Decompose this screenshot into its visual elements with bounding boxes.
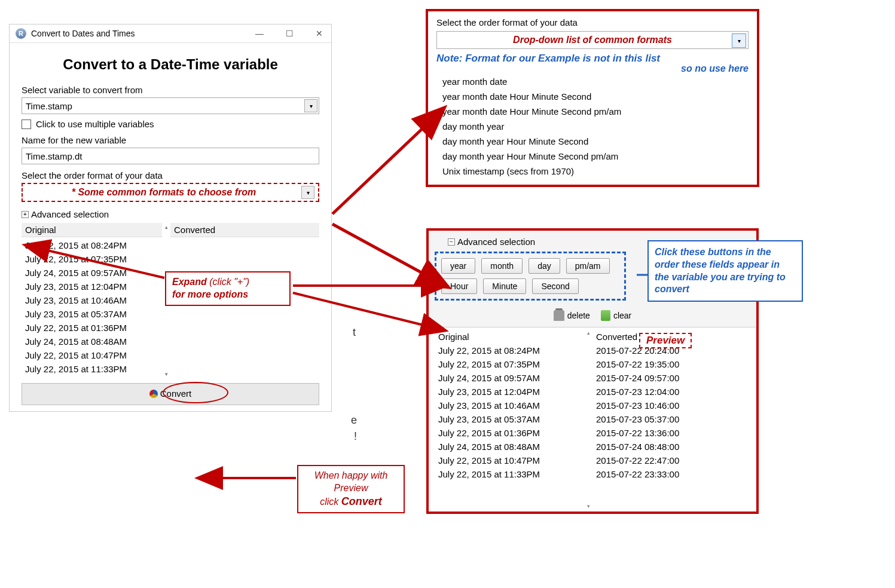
chevron-down-icon[interactable]: ▾ bbox=[732, 33, 746, 48]
maximize-button[interactable]: ☐ bbox=[283, 29, 295, 38]
table-row: 2015-07-22 19:35:00 bbox=[592, 357, 750, 371]
table-row: 2015-07-24 09:57:00 bbox=[592, 371, 750, 385]
collapse-icon[interactable]: − bbox=[448, 238, 455, 246]
broom-icon bbox=[601, 310, 610, 321]
dropdown-option[interactable]: day month year bbox=[436, 119, 749, 134]
convert-icon bbox=[149, 390, 158, 398]
window-title: Convert to Dates and Times bbox=[31, 29, 135, 38]
token-day[interactable]: day bbox=[529, 258, 560, 274]
stray-text: ! bbox=[354, 430, 357, 443]
original-header: Original bbox=[22, 223, 162, 237]
dropdown-option[interactable]: day month year Hour Minute Second bbox=[436, 134, 749, 149]
advanced-preview-table: Original July 22, 2015 at 08:24PMJuly 22… bbox=[429, 327, 756, 512]
table-row: 2015-07-22 22:47:00 bbox=[592, 454, 750, 467]
select-variable-label: Select variable to convert from bbox=[22, 85, 319, 95]
multiple-vars-checkbox[interactable] bbox=[22, 120, 31, 129]
table-row: 2015-07-23 12:04:00 bbox=[592, 385, 750, 399]
table-row: July 23, 2015 at 10:46AM bbox=[435, 399, 584, 412]
table-row: July 22, 2015 at 08:24PM bbox=[22, 238, 162, 252]
annotation-note-2: so no use here bbox=[436, 63, 749, 74]
token-Hour[interactable]: Hour bbox=[441, 278, 477, 294]
minimize-button[interactable]: — bbox=[253, 29, 265, 38]
clear-button[interactable]: clear bbox=[601, 310, 631, 321]
token-Second[interactable]: Second bbox=[532, 278, 578, 294]
chevron-down-icon[interactable]: ▾ bbox=[301, 186, 314, 199]
r-logo-icon: R bbox=[16, 28, 26, 39]
convert-bar: Convert bbox=[22, 383, 319, 405]
table-row: July 23, 2015 at 05:37AM bbox=[22, 307, 162, 321]
convert-button[interactable]: Convert bbox=[149, 388, 192, 399]
table-row: July 22, 2015 at 11:33PM bbox=[435, 467, 584, 481]
dropdown-label: Select the order format of your data bbox=[436, 17, 749, 27]
scrollbar[interactable]: ▴▾ bbox=[584, 330, 592, 509]
token-pm-am[interactable]: pm/am bbox=[566, 258, 610, 274]
dropdown-option[interactable]: year month date Hour Minute Second bbox=[436, 89, 749, 104]
table-row: July 22, 2015 at 11:33PM bbox=[22, 362, 162, 376]
select-variable-combo[interactable]: Time.stamp ▾ bbox=[22, 97, 319, 114]
new-variable-label: Name for the new variable bbox=[22, 135, 319, 145]
close-button[interactable]: ✕ bbox=[313, 29, 325, 38]
dropdown-expanded-panel: Select the order format of your data Dro… bbox=[426, 9, 759, 187]
table-row: July 24, 2015 at 09:57AM bbox=[22, 266, 162, 280]
table-row: 2015-07-23 10:46:00 bbox=[592, 399, 750, 412]
format-dropdown-open[interactable]: Drop-down list of common formats ▾ bbox=[436, 31, 749, 49]
adv-original-header: Original bbox=[435, 330, 584, 344]
table-row: July 22, 2015 at 01:36PM bbox=[22, 321, 162, 335]
dialog-heading: Convert to a Date-Time variable bbox=[22, 56, 319, 73]
titlebar: R Convert to Dates and Times — ☐ ✕ bbox=[10, 24, 331, 43]
table-row: July 22, 2015 at 01:36PM bbox=[435, 426, 584, 440]
table-row: 2015-07-23 05:37:00 bbox=[592, 412, 750, 426]
dropdown-option[interactable]: Unix timestamp (secs from 1970) bbox=[436, 164, 749, 179]
stray-text: e bbox=[351, 414, 357, 427]
dropdown-option[interactable]: year month date Hour Minute Second pm/am bbox=[436, 104, 749, 119]
convert-dialog: R Convert to Dates and Times — ☐ ✕ Conve… bbox=[9, 24, 332, 412]
table-row: July 22, 2015 at 07:35PM bbox=[435, 357, 584, 371]
multiple-vars-label: Click to use multiple variables bbox=[36, 119, 154, 129]
dropdown-option[interactable]: year month date bbox=[436, 74, 749, 89]
token-buttons-area: yearmonthdaypm/am HourMinuteSecond bbox=[435, 252, 626, 301]
table-row: July 24, 2015 at 09:57AM bbox=[435, 371, 584, 385]
format-label: Select the order format of your data bbox=[22, 170, 319, 180]
new-variable-input[interactable]: Time.stamp.dt bbox=[22, 148, 319, 164]
table-row: July 24, 2015 at 08:48AM bbox=[22, 335, 162, 348]
table-row: July 22, 2015 at 10:47PM bbox=[435, 454, 584, 467]
table-row: July 24, 2015 at 08:48AM bbox=[435, 440, 584, 454]
expand-callout: Expand (click "+") for more options bbox=[165, 271, 291, 306]
table-row: July 23, 2015 at 10:46AM bbox=[22, 293, 162, 307]
stray-text: t bbox=[353, 326, 356, 339]
table-row: 2015-07-24 08:48:00 bbox=[592, 440, 750, 454]
expand-icon[interactable]: + bbox=[22, 211, 29, 218]
delete-button[interactable]: delete bbox=[554, 310, 590, 321]
table-row: July 23, 2015 at 12:04PM bbox=[22, 280, 162, 293]
blue-callout: Click these buttons in the order these f… bbox=[647, 240, 803, 302]
token-year[interactable]: year bbox=[441, 258, 475, 274]
token-month[interactable]: month bbox=[481, 258, 523, 274]
select-variable-value: Time.stamp bbox=[26, 101, 72, 111]
advanced-toggle[interactable]: + Advanced selection bbox=[22, 209, 319, 219]
table-row: July 22, 2015 at 08:24PM bbox=[435, 344, 584, 357]
table-row: 2015-07-22 13:36:00 bbox=[592, 426, 750, 440]
table-row: July 23, 2015 at 05:37AM bbox=[435, 412, 584, 426]
table-row: July 22, 2015 at 07:35PM bbox=[22, 252, 162, 266]
dropdown-option[interactable]: day month year Hour Minute Second pm/am bbox=[436, 149, 749, 164]
table-row: July 23, 2015 at 12:04PM bbox=[435, 385, 584, 399]
annotation-note: Note: Format for our Example is not in t… bbox=[436, 53, 749, 65]
trash-icon bbox=[554, 310, 564, 321]
chevron-down-icon[interactable]: ▾ bbox=[304, 99, 317, 112]
table-row: July 22, 2015 at 10:47PM bbox=[22, 348, 162, 362]
preview-annotation: Preview bbox=[639, 333, 692, 348]
token-Minute[interactable]: Minute bbox=[483, 278, 526, 294]
convert-callout: When happy with Preview click Convert bbox=[297, 465, 405, 513]
format-placeholder: * Some common formats to choose from bbox=[26, 187, 301, 198]
converted-header: Converted bbox=[170, 223, 319, 237]
format-combo[interactable]: * Some common formats to choose from ▾ bbox=[22, 183, 319, 202]
table-row: 2015-07-22 23:33:00 bbox=[592, 467, 750, 481]
